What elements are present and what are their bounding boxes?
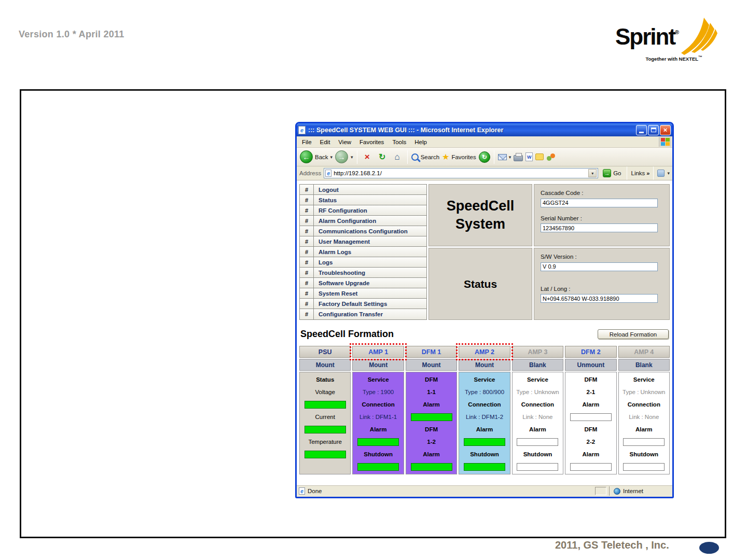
menu-file[interactable]: File — [298, 137, 316, 147]
refresh-button[interactable]: ↻ — [376, 151, 389, 163]
page-title: Status — [464, 278, 497, 290]
dfm2-alarm-label-1: Alarm — [565, 398, 616, 411]
reload-formation-button[interactable]: Reload Formation — [598, 329, 669, 339]
maximize-button[interactable] — [648, 125, 659, 135]
done-icon: e — [299, 487, 305, 495]
sidebar-item-alarm-logs[interactable]: #Alarm Logs — [300, 247, 426, 257]
sidebar-item-rf-configuration[interactable]: #RF Configuration — [300, 205, 426, 216]
web-page-content: #Logout #Status #RF Configuration #Alarm… — [297, 180, 672, 485]
registered-mark: ® — [675, 29, 679, 35]
lat-long-input[interactable] — [541, 294, 658, 303]
messenger-button[interactable] — [546, 153, 556, 161]
menu-favorites[interactable]: Favorites — [355, 137, 388, 147]
sidebar-item-label: Logout — [314, 185, 426, 194]
search-button[interactable]: Search — [411, 153, 439, 161]
dfm2-header[interactable]: DFM 2 — [565, 346, 616, 358]
amp4-header[interactable]: AMP 4 — [618, 346, 670, 358]
address-input[interactable]: e http://192.168.2.1/ ▾ — [324, 168, 598, 178]
serial-number-input[interactable] — [541, 223, 658, 232]
amp2-header[interactable]: AMP 2 — [459, 346, 510, 358]
minimize-button[interactable] — [636, 125, 647, 135]
cascade-code-input[interactable] — [541, 199, 658, 207]
sidebar-item-logs[interactable]: #Logs — [300, 257, 426, 268]
favorites-button[interactable]: ★ Favorites — [442, 152, 476, 162]
print-button[interactable] — [514, 155, 523, 161]
version-fields-panel: S/W Version : Lat / Long : — [534, 248, 670, 320]
sidebar-item-logout[interactable]: #Logout — [300, 185, 426, 195]
sidebar-item-system-reset[interactable]: #System Reset — [300, 288, 426, 299]
forward-dropdown-icon[interactable]: ▾ — [351, 155, 353, 160]
page-options-icon[interactable] — [657, 170, 665, 177]
back-button[interactable]: ← Back ▾ — [300, 150, 333, 163]
menu-edit[interactable]: Edit — [316, 137, 335, 147]
sidebar-item-label: Communications Configuration — [314, 226, 426, 236]
sidebar-item-software-upgrade[interactable]: #Software Upgrade — [300, 278, 426, 288]
menu-tools[interactable]: Tools — [388, 137, 410, 147]
menu-help[interactable]: Help — [410, 137, 431, 147]
dfm2-port-2: 2-2 — [565, 436, 616, 448]
amp4-connection-label: Connection — [619, 398, 669, 411]
amp3-type: Type : Unknown — [513, 386, 563, 398]
sidebar-item-factory-default-settings[interactable]: #Factory Default Settings — [300, 299, 426, 309]
menu-view[interactable]: View — [334, 137, 355, 147]
edit-button[interactable]: W — [525, 152, 533, 161]
forward-button[interactable]: → — [335, 150, 348, 163]
sidebar-item-alarm-configuration[interactable]: #Alarm Configuration — [300, 216, 426, 226]
sidebar-item-configuration-transfer[interactable]: #Configuration Transfer — [300, 309, 426, 319]
address-dropdown-icon[interactable]: ▾ — [588, 169, 597, 177]
mail-button[interactable]: ▾ — [498, 154, 511, 160]
sidebar-item-status[interactable]: #Status — [300, 195, 426, 205]
sidebar-item-label: User Management — [314, 236, 426, 246]
amp3-connection-label: Connection — [513, 398, 563, 411]
internet-globe-icon — [614, 488, 620, 495]
amp2-alarm-label: Alarm — [459, 423, 509, 436]
dfm1-alarm-indicator-1 — [411, 413, 452, 421]
close-button[interactable]: × — [660, 125, 671, 135]
sprint-brand-text: Sprint® — [615, 22, 679, 51]
back-label: Back — [315, 154, 328, 160]
go-icon: → — [603, 169, 611, 177]
stop-button[interactable]: × — [361, 151, 374, 163]
toolbar-separator — [494, 150, 494, 164]
system-title-panel: SpeedCell System — [428, 184, 532, 246]
go-button[interactable]: → Go — [601, 169, 623, 177]
page-title-panel: Status — [428, 248, 532, 320]
cascade-code-label: Cascade Code : — [541, 190, 663, 196]
amp1-header[interactable]: AMP 1 — [352, 346, 404, 358]
sidebar-item-troubleshooting[interactable]: #Troubleshooting — [300, 268, 426, 278]
ie-icon: e — [298, 126, 306, 134]
amp1-connection-label: Connection — [353, 398, 403, 411]
dfm2-alarm-indicator-1 — [570, 413, 612, 421]
amp4-shutdown-indicator — [623, 463, 665, 471]
links-chevrons-icon: » — [646, 170, 649, 176]
psu-header[interactable]: PSU — [299, 346, 351, 358]
version-label: Version 1.0 * April 2011 — [19, 29, 125, 40]
formation-column-amp3: AMP 3 Blank Service Type : Unknown Conne… — [512, 346, 563, 474]
sidebar-item-label: Software Upgrade — [314, 278, 426, 288]
discuss-button[interactable] — [535, 153, 544, 160]
amp2-service-label: Service — [459, 373, 509, 386]
sidebar-item-communications-configuration[interactable]: #Communications Configuration — [300, 226, 426, 236]
copyright-text: 2011, GS Teletech , Inc. — [555, 539, 669, 551]
security-zone: Internet — [609, 486, 670, 496]
home-button[interactable]: ⌂ — [391, 151, 404, 163]
sw-version-input[interactable] — [541, 262, 658, 271]
lat-long-label: Lat / Long : — [541, 286, 663, 292]
links-dropdown-icon[interactable]: ▾ — [667, 171, 670, 176]
amp2-link: Link : DFM1-2 — [459, 411, 509, 423]
hash-bullet: # — [300, 195, 314, 205]
sidebar-item-label: Alarm Logs — [314, 247, 426, 257]
amp3-alarm-label: Alarm — [513, 423, 563, 436]
psu-voltage-label: Voltage — [300, 386, 350, 398]
dfm2-mount-state: Unmount — [565, 359, 616, 371]
history-button[interactable]: ↻ — [479, 151, 490, 163]
psu-temperature-label: Temperature — [300, 436, 350, 448]
sidebar-item-user-management[interactable]: #User Management — [300, 236, 426, 247]
minimize-icon — [639, 132, 644, 133]
browser-window: e ::: SpeedCell SYSTEM WEB GUI ::: - Mic… — [295, 122, 674, 498]
hash-bullet: # — [300, 247, 314, 257]
back-dropdown-icon[interactable]: ▾ — [330, 155, 333, 160]
dfm1-header[interactable]: DFM 1 — [406, 346, 457, 358]
amp3-header[interactable]: AMP 3 — [512, 346, 563, 358]
links-button[interactable]: Links » — [631, 170, 649, 176]
